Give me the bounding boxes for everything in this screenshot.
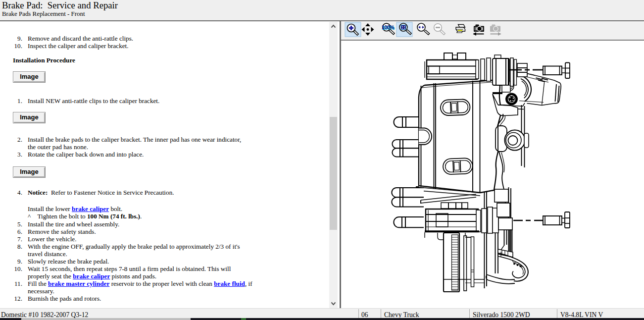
svg-text:100%: 100% <box>382 24 395 30</box>
